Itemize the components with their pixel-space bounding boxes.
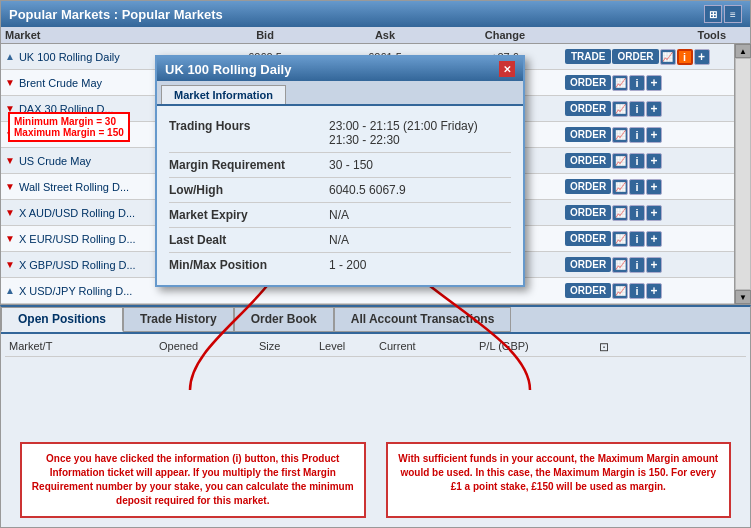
chart-icon[interactable]: 📈 [612, 101, 628, 117]
change-col-header: Change [445, 29, 565, 41]
order-button[interactable]: ORDER [565, 127, 611, 142]
tools-col: ORDER 📈 i + [565, 75, 730, 91]
plus-icon[interactable]: + [646, 75, 662, 91]
info-icon[interactable]: i [629, 257, 645, 273]
modal-label: Trading Hours [169, 119, 329, 133]
margin-annotation: Minimum Margin = 30 Maximum Margin = 150 [8, 112, 130, 142]
modal-label: Min/Max Position [169, 258, 329, 272]
trade-col-pl: P/L (GBP) [479, 340, 599, 354]
tab-all-account[interactable]: All Account Transactions [334, 307, 512, 332]
plus-icon[interactable]: + [646, 101, 662, 117]
tools-col: ORDER 📈 i + [565, 231, 730, 247]
plus-icon[interactable]: + [646, 257, 662, 273]
arrow-down-icon: ▼ [5, 233, 15, 244]
order-button[interactable]: ORDER [565, 205, 611, 220]
arrow-down-icon: ▼ [5, 207, 15, 218]
chart-icon[interactable]: 📈 [612, 127, 628, 143]
modal-value: N/A [329, 233, 511, 247]
chart-icon[interactable]: 📈 [612, 231, 628, 247]
plus-icon[interactable]: + [646, 283, 662, 299]
order-button[interactable]: ORDER [565, 179, 611, 194]
arrow-up-icon: ▲ [5, 51, 15, 62]
modal-label: Low/High [169, 183, 329, 197]
info-icon[interactable]: i [629, 127, 645, 143]
tab-bar: Open Positions Trade History Order Book … [1, 307, 750, 334]
chart-icon[interactable]: 📈 [660, 49, 676, 65]
modal-title: UK 100 Rolling Daily [165, 62, 291, 77]
tools-col: ORDER 📈 i + [565, 153, 730, 169]
chart-icon[interactable]: 📈 [612, 283, 628, 299]
modal-value: 6040.5 6067.9 [329, 183, 511, 197]
list-icon[interactable]: ≡ [724, 5, 742, 23]
scroll-up-btn[interactable]: ▲ [735, 44, 751, 58]
arrow-down-icon: ▼ [5, 155, 15, 166]
order-button[interactable]: ORDER [565, 153, 611, 168]
plus-icon[interactable]: + [646, 179, 662, 195]
modal-row-margin: Margin Requirement 30 - 150 [169, 153, 511, 178]
chart-icon[interactable]: 📈 [612, 205, 628, 221]
header-icons: ⊞ ≡ [704, 5, 742, 23]
info-icon[interactable]: i [629, 153, 645, 169]
trade-col-headers: Market/T Opened Size Level Current P/L (… [5, 338, 746, 357]
tab-trade-history[interactable]: Trade History [123, 307, 234, 332]
arrow-down-icon: ▼ [5, 181, 15, 192]
tab-open-positions[interactable]: Open Positions [1, 307, 123, 332]
info-icon[interactable]: i [629, 205, 645, 221]
chart-icon[interactable]: 📈 [612, 153, 628, 169]
modal-value: N/A [329, 208, 511, 222]
modal-label: Margin Requirement [169, 158, 329, 172]
modal-close-button[interactable]: ✕ [499, 61, 515, 77]
tools-col: ORDER 📈 i + [565, 127, 730, 143]
bottom-info-area: Once you have clicked the information (i… [0, 442, 751, 518]
scrollbar-track[interactable] [735, 58, 751, 290]
tools-col: ORDER 📈 i + [565, 283, 730, 299]
modal-row-expiry: Market Expiry N/A [169, 203, 511, 228]
modal-tab-market-info[interactable]: Market Information [161, 85, 286, 104]
plus-icon[interactable]: + [646, 153, 662, 169]
order-button[interactable]: ORDER [565, 257, 611, 272]
trade-col-market: Market/T [9, 340, 159, 354]
tools-col: TRADE ORDER 📈 i + [565, 49, 730, 65]
order-button[interactable]: ORDER [565, 231, 611, 246]
plus-icon[interactable]: + [646, 127, 662, 143]
trade-col-level: Level [319, 340, 379, 354]
info-icon[interactable]: i [629, 283, 645, 299]
panel-title: Popular Markets : Popular Markets [9, 7, 223, 22]
bid-col-header: Bid [205, 29, 325, 41]
trade-button[interactable]: TRADE [565, 49, 611, 64]
trade-col-current: Current [379, 340, 479, 354]
info-icon-active[interactable]: i [677, 49, 693, 65]
order-button[interactable]: ORDER [565, 101, 611, 116]
modal-value: 1 - 200 [329, 258, 511, 272]
grid-icon[interactable]: ⊞ [704, 5, 722, 23]
scroll-down-btn[interactable]: ▼ [735, 290, 751, 304]
column-headers: Market Bid Ask Change Tools [1, 27, 750, 44]
ask-col-header: Ask [325, 29, 445, 41]
modal-tab-bar: Market Information [157, 81, 523, 106]
trade-col-size: Size [259, 340, 319, 354]
plus-icon[interactable]: + [646, 231, 662, 247]
tools-col: ORDER 📈 i + [565, 205, 730, 221]
order-button[interactable]: ORDER [565, 75, 611, 90]
info-icon[interactable]: i [629, 101, 645, 117]
order-button[interactable]: ORDER [612, 49, 658, 64]
order-button[interactable]: ORDER [565, 283, 611, 298]
plus-icon[interactable]: + [646, 205, 662, 221]
modal-value: 30 - 150 [329, 158, 511, 172]
info-icon[interactable]: i [629, 231, 645, 247]
chart-icon[interactable]: 📈 [612, 179, 628, 195]
tab-order-book[interactable]: Order Book [234, 307, 334, 332]
chart-icon[interactable]: 📈 [612, 75, 628, 91]
export-icon[interactable]: ⊡ [599, 340, 629, 354]
arrow-down-icon: ▼ [5, 77, 15, 88]
market-info-modal: UK 100 Rolling Daily ✕ Market Informatio… [155, 55, 525, 287]
plus-icon[interactable]: + [694, 49, 710, 65]
modal-label: Market Expiry [169, 208, 329, 222]
modal-row-lowhigh: Low/High 6040.5 6067.9 [169, 178, 511, 203]
max-margin-text: Maximum Margin = 150 [14, 127, 124, 138]
info-icon[interactable]: i [629, 179, 645, 195]
chart-icon[interactable]: 📈 [612, 257, 628, 273]
info-icon[interactable]: i [629, 75, 645, 91]
scrollbar[interactable]: ▲ ▼ [734, 44, 750, 304]
modal-body: Trading Hours 23:00 - 21:15 (21:00 Frida… [157, 106, 523, 285]
